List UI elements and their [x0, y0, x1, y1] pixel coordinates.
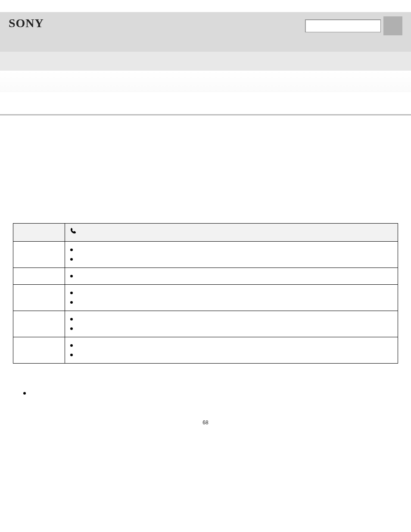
table-header-empty	[13, 224, 65, 242]
search-button[interactable]	[383, 16, 402, 35]
list-item	[69, 271, 393, 281]
brand-logo: SONY	[9, 16, 44, 30]
table-row	[13, 268, 398, 285]
list-item	[69, 341, 393, 350]
table-row	[13, 285, 398, 311]
feature-table	[13, 223, 398, 364]
row-label	[13, 337, 65, 364]
table-row	[13, 242, 398, 268]
list-item	[69, 314, 393, 324]
table-row	[13, 311, 398, 337]
search-input[interactable]	[305, 19, 381, 32]
row-label	[13, 285, 65, 311]
list-item	[23, 389, 398, 398]
list-item	[69, 288, 393, 298]
table-header-icon-cell	[65, 224, 398, 242]
breadcrumb	[0, 92, 411, 115]
list-item	[69, 298, 393, 307]
row-label	[13, 242, 65, 268]
nav-band	[0, 52, 411, 71]
list-item	[69, 324, 393, 333]
table-row	[13, 337, 398, 364]
phone-icon	[69, 227, 393, 235]
list-item	[69, 245, 393, 255]
list-item	[69, 350, 393, 360]
list-item	[69, 255, 393, 264]
notes-list	[13, 389, 398, 398]
page-number: 68	[0, 402, 411, 430]
row-label	[13, 268, 65, 285]
row-label	[13, 311, 65, 337]
